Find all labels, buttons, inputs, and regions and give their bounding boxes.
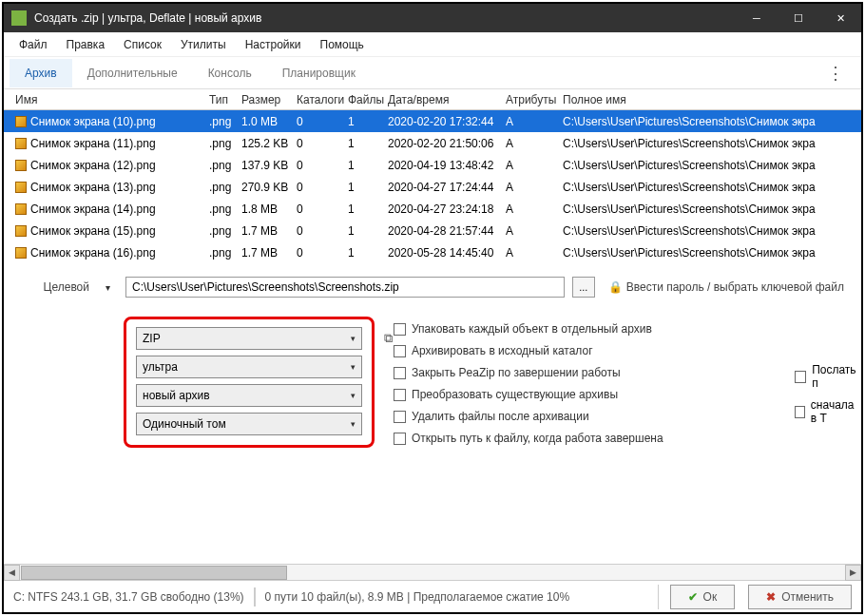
menu-list[interactable]: Список	[114, 34, 171, 55]
scroll-thumb[interactable]	[21, 566, 287, 580]
file-row[interactable]: Снимок экрана (15).png.png1.7 MB012020-0…	[4, 220, 861, 241]
check-label: Упаковать каждый объект в отдельный архи…	[412, 322, 652, 336]
titlebar: Создать .zip | ультра, Deflate | новый а…	[4, 4, 861, 32]
target-row: Целевой ▾ ... 🔒 Ввести пароль / выбрать …	[21, 277, 844, 298]
level-select[interactable]: ультра▾	[136, 356, 362, 378]
ok-label: Ок	[703, 590, 718, 604]
scroll-right-icon[interactable]: ▶	[845, 565, 861, 581]
password-link[interactable]: 🔒 Ввести пароль / выбрать ключевой файл	[603, 280, 844, 294]
more-icon[interactable]: ⋮	[816, 63, 855, 84]
right-checkboxes-truncated: Послать п сначала в T	[795, 363, 861, 425]
archive-info: 0 пути 10 файл(ы), 8.9 MB | Предполагаем…	[265, 590, 570, 604]
target-label: Целевой	[21, 280, 89, 294]
copy-icon[interactable]: ⧉	[384, 331, 393, 346]
maximize-button[interactable]: ☐	[778, 4, 819, 32]
file-icon	[15, 225, 27, 237]
tab-archive[interactable]: Архив	[10, 59, 72, 87]
check-label: Преобразовать существующие архивы	[412, 388, 618, 401]
check-delete-after[interactable]: Удалить файлы после архивации	[394, 410, 663, 423]
check-archive-to-source[interactable]: Архивировать в исходный каталог	[394, 344, 663, 357]
chevron-down-icon: ▾	[351, 334, 356, 343]
col-files[interactable]: Файлы	[344, 93, 384, 106]
check-label: Открыть путь к файлу, когда работа завер…	[412, 432, 663, 445]
format-value: ZIP	[143, 332, 161, 345]
chevron-down-icon: ▾	[351, 419, 356, 429]
file-icon	[15, 116, 27, 127]
check-convert-existing[interactable]: Преобразовать существующие архивы	[394, 388, 663, 401]
file-row[interactable]: Снимок экрана (10).png.png1.0 MB012020-0…	[4, 110, 861, 132]
menu-settings[interactable]: Настройки	[236, 34, 311, 55]
file-icon	[15, 247, 27, 259]
app-icon	[11, 10, 27, 26]
mode-value: новый архив	[143, 389, 210, 402]
col-type[interactable]: Тип	[205, 93, 238, 106]
cancel-label: Отменить	[781, 590, 834, 604]
format-select[interactable]: ZIP▾	[136, 327, 362, 350]
menubar: Файл Правка Список Утилиты Настройки Пом…	[4, 32, 861, 57]
disk-status: C: NTFS 243.1 GB, 31.7 GB свободно (13%)	[13, 590, 244, 604]
menu-file[interactable]: Файл	[10, 34, 57, 55]
close-button[interactable]: ✕	[819, 4, 861, 32]
col-dirs[interactable]: Каталоги	[293, 93, 344, 106]
minimize-button[interactable]: ─	[736, 4, 778, 32]
file-row[interactable]: Снимок экрана (12).png.png137.9 KB012020…	[4, 154, 861, 176]
col-size[interactable]: Размер	[238, 93, 293, 106]
check-label: Послать п	[812, 363, 861, 390]
chevron-down-icon: ▾	[351, 362, 356, 372]
scroll-left-icon[interactable]: ◀	[4, 565, 20, 581]
check-label: Закрыть PeaZip по завершении работы	[412, 366, 621, 379]
check-label: Архивировать в исходный каталог	[412, 344, 593, 357]
lock-icon: 🔒	[608, 280, 623, 294]
check-icon: ✔	[688, 590, 698, 604]
dropdown-highlight-box: ⧉ ZIP▾ ультра▾ новый архив▾ Одиночный то…	[124, 317, 375, 448]
file-row[interactable]: Снимок экрана (16).png.png1.7 MB012020-0…	[4, 241, 861, 263]
horizontal-scrollbar[interactable]: ◀ ▶	[4, 564, 861, 580]
cancel-button[interactable]: ✖Отменить	[748, 585, 852, 609]
menu-tools[interactable]: Утилиты	[171, 34, 236, 55]
file-icon	[15, 160, 27, 171]
check-first[interactable]: сначала в T	[795, 398, 861, 425]
target-path-input[interactable]	[125, 277, 565, 298]
chevron-down-icon: ▾	[351, 391, 356, 400]
menu-edit[interactable]: Правка	[57, 34, 115, 55]
tab-advanced[interactable]: Дополнительные	[72, 59, 193, 87]
file-list: Имя Тип Размер Каталоги Файлы Дата/время…	[4, 89, 861, 263]
col-date[interactable]: Дата/время	[384, 93, 502, 106]
window-title: Создать .zip | ультра, Deflate | новый а…	[34, 11, 736, 25]
menu-help[interactable]: Помощь	[311, 34, 374, 55]
level-value: ультра	[143, 360, 178, 374]
file-row[interactable]: Снимок экрана (13).png.png270.9 KB012020…	[4, 176, 861, 198]
check-separate-archives[interactable]: Упаковать каждый объект в отдельный архи…	[394, 322, 663, 336]
col-name[interactable]: Имя	[11, 93, 205, 106]
browse-button[interactable]: ...	[572, 277, 595, 298]
file-icon	[15, 182, 27, 193]
check-label: Удалить файлы после архивации	[412, 410, 589, 423]
tab-scheduler[interactable]: Планировщик	[267, 59, 371, 87]
file-row[interactable]: Снимок экрана (11).png.png125.2 KB012020…	[4, 132, 861, 154]
target-dropdown-icon[interactable]: ▾	[97, 282, 118, 293]
statusbar: C: NTFS 243.1 GB, 31.7 GB свободно (13%)…	[4, 580, 861, 612]
check-send[interactable]: Послать п	[795, 363, 861, 390]
col-attr[interactable]: Атрибуты	[502, 93, 559, 106]
x-icon: ✖	[766, 590, 776, 604]
check-close-after[interactable]: Закрыть PeaZip по завершении работы	[394, 366, 663, 379]
tabbar: Архив Дополнительные Консоль Планировщик…	[4, 57, 861, 89]
check-open-path-after[interactable]: Открыть путь к файлу, когда работа завер…	[394, 432, 663, 445]
file-icon	[15, 138, 27, 149]
column-headers: Имя Тип Размер Каталоги Файлы Дата/время…	[4, 89, 861, 110]
volume-value: Одиночный том	[143, 417, 226, 431]
ok-button[interactable]: ✔Ок	[670, 585, 736, 609]
password-link-text: Ввести пароль / выбрать ключевой файл	[626, 280, 844, 294]
check-label: сначала в T	[811, 398, 861, 425]
volume-select[interactable]: Одиночный том▾	[136, 413, 362, 435]
tab-console[interactable]: Консоль	[193, 59, 267, 87]
col-full[interactable]: Полное имя	[559, 93, 816, 106]
mode-select[interactable]: новый архив▾	[136, 384, 362, 407]
file-icon	[15, 203, 27, 215]
options-checkboxes: Упаковать каждый объект в отдельный архи…	[394, 317, 663, 448]
file-row[interactable]: Снимок экрана (14).png.png1.8 MB012020-0…	[4, 198, 861, 220]
